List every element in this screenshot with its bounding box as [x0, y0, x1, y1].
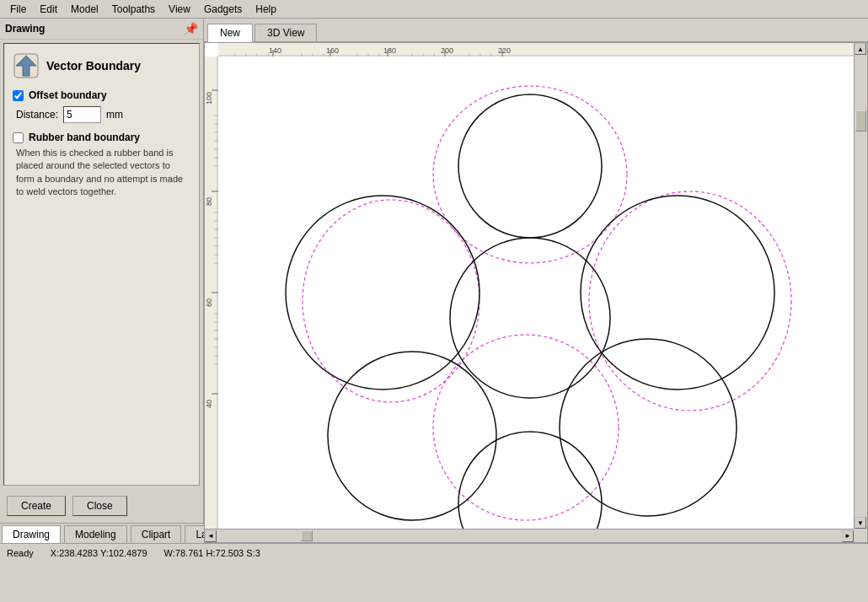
- unit-label: mm: [106, 109, 123, 121]
- distance-input[interactable]: [63, 106, 101, 123]
- status-dimensions: W:78.761 H:72.503 S:3: [164, 548, 260, 558]
- offset-boundary-checkbox[interactable]: [13, 90, 24, 101]
- canvas-tabs: New 3D View: [204, 19, 868, 42]
- svg-text:200: 200: [441, 46, 453, 55]
- svg-text:40: 40: [205, 400, 213, 408]
- svg-text:80: 80: [205, 197, 213, 206]
- corner-square: [854, 529, 867, 542]
- rubber-band-description: When this is checked a rubber band is pl…: [16, 147, 190, 199]
- scrollbar-horizontal[interactable]: ◄ ►: [205, 529, 854, 542]
- canvas-area[interactable]: 140 160 180 200 220: [204, 42, 868, 543]
- panel-header: Drawing 📌: [0, 19, 203, 40]
- button-row: Create Close: [0, 489, 203, 523]
- distance-label: Distance:: [16, 109, 58, 121]
- menu-view[interactable]: View: [162, 2, 197, 17]
- panel-title-area: Drawing: [5, 23, 45, 35]
- svg-point-70: [560, 339, 737, 516]
- main-layout: Drawing 📌 Vector Boundary: [0, 19, 868, 543]
- tool-panel: Vector Boundary Offset boundary Distance…: [3, 43, 200, 486]
- scroll-thumb-v[interactable]: [855, 110, 866, 132]
- menu-help[interactable]: Help: [249, 2, 283, 17]
- scroll-left-button[interactable]: ◄: [205, 530, 217, 542]
- rubber-band-label[interactable]: Rubber band boundary: [13, 132, 190, 143]
- menu-toolpaths[interactable]: Toolpaths: [105, 2, 162, 17]
- tool-title-row: Vector Boundary: [13, 52, 190, 79]
- scrollbar-vertical[interactable]: ▲ ▼: [854, 43, 867, 529]
- rubber-band-checkbox[interactable]: [13, 132, 24, 143]
- offset-boundary-label[interactable]: Offset boundary: [13, 89, 190, 101]
- rubber-band-section: Rubber band boundary When this is checke…: [13, 132, 190, 199]
- svg-text:140: 140: [269, 46, 281, 55]
- distance-row: Distance: mm: [16, 106, 190, 123]
- panel-title: Drawing: [5, 23, 45, 35]
- svg-point-71: [458, 432, 602, 529]
- svg-text:100: 100: [205, 92, 213, 105]
- ruler-horizontal: 140 160 180 200 220: [218, 43, 854, 56]
- tool-title: Vector Boundary: [46, 59, 141, 73]
- canvas-tab-new[interactable]: New: [207, 24, 253, 42]
- scroll-thumb-h[interactable]: [301, 530, 313, 541]
- svg-point-69: [328, 352, 496, 520]
- vector-boundary-icon: [13, 52, 40, 79]
- ruler-vertical: 100 80 60 40: [205, 56, 218, 529]
- drawing-area: [218, 56, 854, 529]
- close-button[interactable]: Close: [72, 496, 127, 516]
- ruler-h-svg: 140 160 180 200 220: [218, 43, 854, 56]
- svg-text:160: 160: [326, 46, 339, 55]
- svg-rect-2: [218, 43, 854, 56]
- tab-drawing[interactable]: Drawing: [2, 525, 61, 543]
- rubber-band-text: Rubber band boundary: [29, 132, 140, 143]
- status-coords: X:238.4283 Y:102.4879: [51, 548, 147, 558]
- scroll-right-button[interactable]: ►: [842, 530, 854, 542]
- tab-clipart[interactable]: Clipart: [131, 525, 182, 543]
- menu-gadgets[interactable]: Gadgets: [197, 2, 249, 17]
- svg-point-64: [589, 191, 791, 411]
- offset-boundary-section: Offset boundary Distance: mm: [13, 89, 190, 123]
- menu-edit[interactable]: Edit: [33, 2, 64, 17]
- svg-point-62: [303, 200, 480, 402]
- canvas-wrapper: New 3D View 140 160 180 200: [204, 19, 868, 543]
- offset-boundary-text: Offset boundary: [29, 89, 107, 101]
- menubar: File Edit Model Toolpaths View Gadgets H…: [0, 0, 868, 19]
- svg-text:60: 60: [205, 298, 213, 307]
- panel-pin-button[interactable]: 📌: [184, 22, 198, 35]
- ruler-v-svg: 100 80 60 40: [205, 56, 218, 529]
- scroll-down-button[interactable]: ▼: [855, 517, 866, 529]
- canvas-tab-3d[interactable]: 3D View: [255, 24, 317, 41]
- drawing-svg: [218, 56, 854, 529]
- bottom-tabs: Drawing Modeling Clipart Layers: [0, 523, 203, 543]
- left-panel: Drawing 📌 Vector Boundary: [0, 19, 204, 543]
- svg-point-65: [458, 94, 602, 238]
- scroll-up-button[interactable]: ▲: [855, 43, 866, 55]
- menu-file[interactable]: File: [3, 2, 33, 17]
- menu-model[interactable]: Model: [64, 2, 105, 17]
- svg-text:180: 180: [383, 46, 396, 55]
- status-ready: Ready: [7, 548, 34, 558]
- svg-text:220: 220: [498, 46, 511, 55]
- tab-modeling[interactable]: Modeling: [64, 525, 127, 543]
- statusbar: Ready X:238.4283 Y:102.4879 W:78.761 H:7…: [0, 543, 868, 562]
- create-button[interactable]: Create: [7, 496, 66, 516]
